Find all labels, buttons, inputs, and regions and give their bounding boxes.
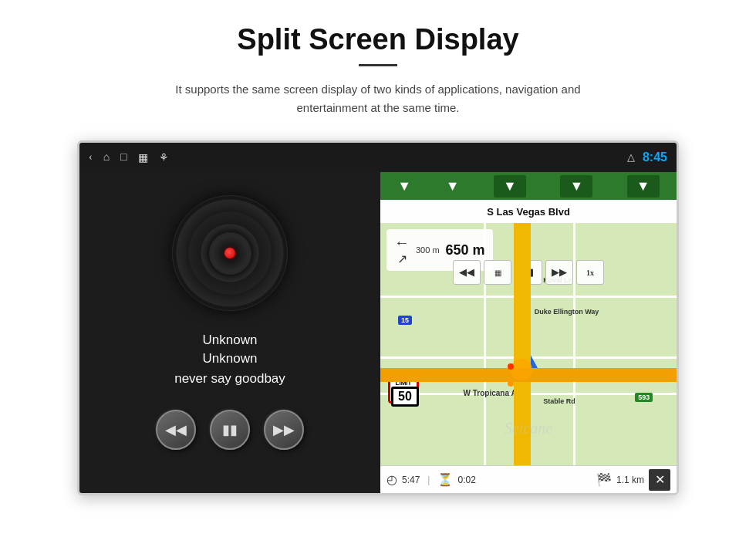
music-panel: Unknown Unknown never say goodbay ◀◀ ▮▮ … [79, 172, 380, 493]
nav-alt-distance: 650 m [446, 242, 485, 258]
prev-icon: ◀◀ [165, 421, 187, 438]
music-track-title: Unknown [203, 333, 258, 348]
vinyl-center-dot [224, 248, 235, 258]
nav-next-btn[interactable]: ▶▶ [545, 260, 573, 285]
gallery-icon[interactable]: ▦ [138, 151, 148, 164]
nav-bottom-bar: ◴ 5:47 | ⏳ 0:02 🏁 1.1 km ✕ [380, 465, 677, 493]
nav-grid-btn[interactable]: ▦ [484, 260, 511, 285]
nav-prev-btn[interactable]: ◀◀ [453, 260, 481, 285]
freeway-badge-15: 15 [398, 316, 412, 325]
pause-icon: ▮▮ [222, 421, 238, 438]
music-track-song: never say goodbay [174, 371, 285, 387]
nav-eta-time: 5:47 [402, 475, 420, 485]
status-bar-left: ‹ ⌂ □ ▦ ⚘ [89, 151, 616, 164]
status-bar-right: △ 8:45 [627, 150, 667, 164]
music-controls: ◀◀ ▮▮ ▶▶ [156, 410, 304, 450]
status-time: 8:45 [643, 150, 667, 164]
status-bar: ‹ ⌂ □ ▦ ⚘ △ 8:45 [79, 143, 677, 172]
recent-apps-icon[interactable]: □ [120, 151, 127, 164]
home-icon[interactable]: ⌂ [103, 151, 110, 164]
device-screen: ‹ ⌂ □ ▦ ⚘ △ 8:45 Unknown Unknown never s… [77, 140, 679, 495]
play-pause-button[interactable]: ▮▮ [210, 410, 250, 450]
clock-icon: ◴ [386, 472, 397, 487]
vinyl-disc [172, 195, 288, 311]
nav-turn-distance: 300 m [416, 245, 440, 255]
page-description: It supports the same screen display of t… [147, 80, 609, 117]
nav-arrow-4-highlight: ▼ [560, 175, 592, 198]
page-title: Split Screen Display [237, 23, 518, 56]
map-label-stable: Stable Rd [543, 397, 575, 405]
next-icon: ▶▶ [273, 421, 295, 438]
current-speed-sign: 50 [391, 387, 419, 407]
map-label-duke: Duke Ellington Way [535, 308, 599, 316]
nav-arrow-3-highlight: ▼ [494, 175, 526, 198]
timer-icon: ⏳ [437, 472, 453, 487]
flag-icon: 🏁 [596, 472, 612, 487]
nav-arrow-5-highlight: ▼ [627, 175, 660, 198]
split-content: Unknown Unknown never say goodbay ◀◀ ▮▮ … [79, 172, 677, 493]
vinyl-outer-ring [172, 195, 288, 311]
title-divider [359, 64, 397, 66]
usb-icon[interactable]: ⚘ [159, 151, 169, 164]
current-speed-value: 50 [394, 390, 416, 404]
nav-map: Koval Ln Duke Ellington Way Luxor Dr Sta… [380, 223, 677, 465]
nav-arrow-1: ▼ [397, 178, 411, 194]
back-arrow-icon[interactable]: ‹ [89, 151, 93, 164]
notification-icon: △ [627, 151, 635, 164]
freeway-badge-593: 593 [635, 393, 653, 402]
music-track-artist: Unknown [203, 351, 258, 367]
nav-panel: ▼ ▼ ▼ ▼ ▼ S Las Vegas Blvd [380, 172, 677, 493]
main-road-vertical [514, 223, 531, 465]
nav-separator-1: | [427, 475, 430, 485]
nav-speed-btn[interactable]: 1x [576, 260, 604, 285]
prev-button[interactable]: ◀◀ [156, 410, 196, 450]
vinyl-inner-ring [209, 232, 251, 275]
next-button[interactable]: ▶▶ [264, 410, 304, 450]
nav-close-button[interactable]: ✕ [649, 469, 670, 491]
nav-time-remaining: 0:02 [457, 475, 475, 485]
intersection-circle [511, 359, 532, 380]
nav-street-name: S Las Vegas Blvd [380, 200, 677, 223]
nav-distance-remaining: 1.1 km [616, 475, 644, 485]
nav-top-bar: ▼ ▼ ▼ ▼ ▼ [380, 172, 677, 200]
nav-arrow-2: ▼ [446, 178, 460, 194]
